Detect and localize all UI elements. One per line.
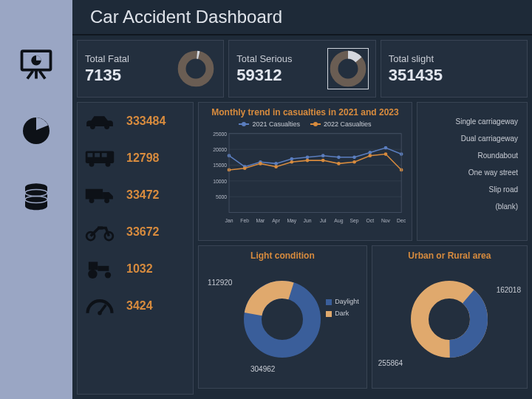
svg-point-66 <box>306 159 310 163</box>
light-dark-value: 112920 <box>208 279 232 287</box>
sidebar <box>0 0 72 399</box>
svg-rect-23 <box>89 262 98 270</box>
kpi-serious[interactable]: Total Serious 59312 <box>228 40 375 98</box>
light-legend: Daylight Dark <box>326 298 359 317</box>
kpi-slight-label: Total slight <box>389 53 443 64</box>
svg-point-71 <box>384 152 388 156</box>
vehicle-row-car[interactable]: 333484 <box>83 110 187 132</box>
database-icon[interactable] <box>16 177 56 217</box>
svg-rect-14 <box>95 153 100 157</box>
svg-text:Jul: Jul <box>320 218 327 223</box>
svg-point-54 <box>306 155 310 159</box>
kpi-serious-label: Total Serious <box>236 53 292 64</box>
svg-text:25000: 25000 <box>213 132 227 137</box>
svg-point-59 <box>384 146 388 150</box>
svg-text:5000: 5000 <box>216 194 227 200</box>
svg-point-6 <box>182 55 210 83</box>
svg-point-19 <box>89 198 95 203</box>
vehicle-row-motorcycle[interactable]: 33672 <box>83 221 187 243</box>
vehicle-car-value: 333484 <box>126 115 166 128</box>
svg-rect-73 <box>229 134 401 213</box>
vehicle-tractor-value: 1032 <box>126 262 153 276</box>
vehicle-row-other[interactable]: 3424 <box>83 295 187 317</box>
svg-rect-15 <box>102 153 107 157</box>
svg-text:Sep: Sep <box>350 218 359 224</box>
svg-point-10 <box>90 124 95 129</box>
svg-point-17 <box>106 162 111 167</box>
vehicle-breakdown: 333484 12798 33472 33672 1032 <box>77 102 194 395</box>
svg-point-11 <box>104 124 109 129</box>
svg-text:Mar: Mar <box>256 218 265 223</box>
light-condition-chart[interactable]: Light condition 112920 304962 Daylight D… <box>198 245 367 389</box>
roadtype-label: Dual carriageway <box>461 134 518 143</box>
svg-point-53 <box>290 157 293 161</box>
svg-text:Aug: Aug <box>334 218 343 224</box>
svg-point-67 <box>321 159 325 163</box>
svg-text:10000: 10000 <box>213 179 227 184</box>
light-daylight-value: 304962 <box>250 365 275 373</box>
roadtype-label: Single carriageway <box>456 117 519 126</box>
monthly-trend-chart[interactable]: Monthly trend in casualties in 2021 and … <box>198 102 412 241</box>
vehicle-truck-value: 33472 <box>126 188 160 202</box>
kpi-row: Total Fatal 7135 Total Serious 59312 T <box>72 35 532 98</box>
svg-text:Jun: Jun <box>304 218 312 223</box>
car-icon <box>83 110 116 132</box>
light-donut-icon <box>238 275 327 364</box>
kpi-fatal[interactable]: Total Fatal 7135 <box>77 40 224 98</box>
svg-text:Nov: Nov <box>381 218 391 223</box>
svg-point-69 <box>352 160 356 164</box>
vehicle-row-truck[interactable]: 33472 <box>83 184 187 206</box>
pie-chart-icon[interactable] <box>16 111 56 151</box>
roadtype-label: Roundabout <box>478 151 519 160</box>
svg-point-68 <box>337 162 341 166</box>
svg-text:Oct: Oct <box>366 218 374 223</box>
page-title: Car Accident Dashboard <box>72 0 532 35</box>
urban-b-value: 162018 <box>497 286 521 294</box>
svg-point-56 <box>337 155 341 159</box>
svg-point-70 <box>368 154 372 157</box>
kpi-fatal-label: Total Fatal <box>85 53 129 64</box>
kpi-slight-value: 351435 <box>389 66 443 85</box>
main: Car Accident Dashboard Total Fatal 7135 … <box>72 0 532 399</box>
light-condition-title: Light condition <box>205 250 361 261</box>
svg-point-58 <box>368 151 372 154</box>
gauge-icon <box>83 295 116 317</box>
svg-point-62 <box>243 166 247 170</box>
svg-text:15000: 15000 <box>213 163 227 168</box>
roadtype-label: (blank) <box>495 202 518 211</box>
line-chart-svg: 500010000150002000025000JanFebMarAprMayJ… <box>205 129 406 227</box>
urban-rural-chart[interactable]: Urban or Rural area 162018 255864 <box>372 245 528 389</box>
svg-point-26 <box>98 311 102 316</box>
svg-text:Jan: Jan <box>225 218 233 223</box>
svg-point-25 <box>105 272 111 278</box>
svg-point-57 <box>352 155 356 159</box>
svg-point-65 <box>290 160 293 164</box>
motorcycle-icon <box>83 221 116 243</box>
svg-text:20000: 20000 <box>213 147 227 152</box>
svg-point-64 <box>274 165 278 168</box>
urban-donut-icon <box>405 275 494 364</box>
vehicle-row-bus[interactable]: 12798 <box>83 147 187 169</box>
kpi-slight[interactable]: Total slight 351435 <box>381 40 528 98</box>
svg-text:Dec: Dec <box>397 218 406 223</box>
kpi-serious-donut-icon <box>328 49 368 89</box>
roadtype-label: Slip road <box>489 185 518 194</box>
truck-icon <box>83 184 116 206</box>
svg-point-20 <box>104 198 109 203</box>
vehicle-row-tractor[interactable]: 1032 <box>83 258 187 280</box>
bus-icon <box>83 147 116 169</box>
svg-rect-13 <box>88 153 93 157</box>
presentation-icon[interactable] <box>16 44 56 84</box>
svg-rect-18 <box>86 189 103 200</box>
svg-point-24 <box>88 270 97 279</box>
svg-point-63 <box>259 162 262 166</box>
road-type-chart[interactable]: Single carriagewayDual carriagewayRounda… <box>417 102 528 241</box>
kpi-fatal-value: 7135 <box>85 66 129 85</box>
svg-text:May: May <box>287 218 296 224</box>
urban-a-value: 255864 <box>378 359 403 367</box>
tractor-icon <box>83 258 116 280</box>
svg-point-55 <box>321 154 325 157</box>
svg-point-16 <box>89 162 95 167</box>
vehicle-other-value: 3424 <box>126 299 153 313</box>
roadtype-label: One way street <box>468 168 518 177</box>
